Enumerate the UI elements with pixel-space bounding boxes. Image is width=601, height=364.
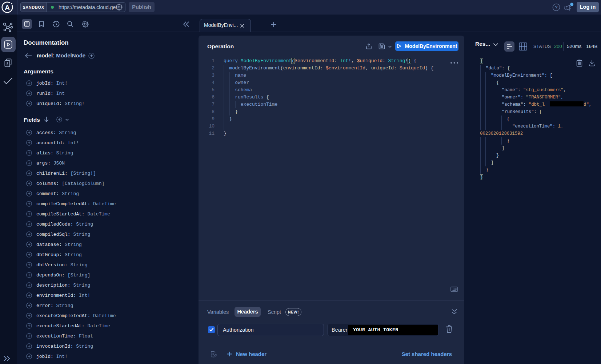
svg-text:?: ? xyxy=(555,5,558,10)
svg-text:A: A xyxy=(5,4,10,11)
